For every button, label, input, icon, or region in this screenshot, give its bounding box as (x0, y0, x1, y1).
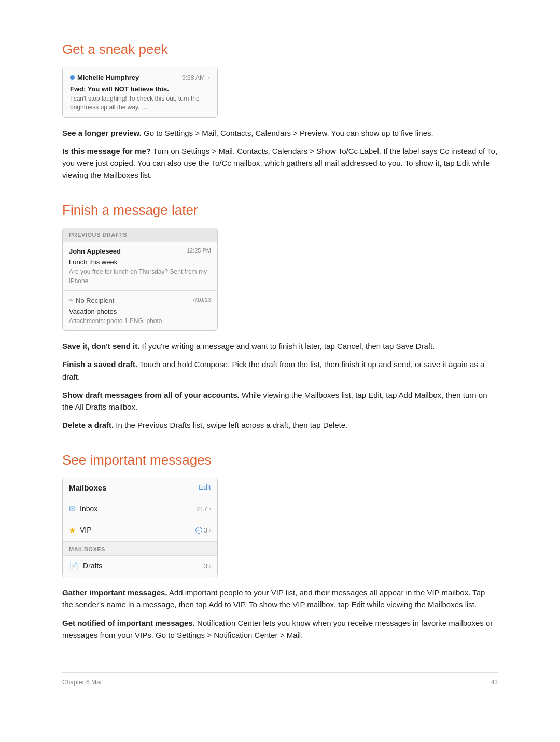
finish-later-body2: Finish a saved draft. Touch and hold Com… (62, 358, 498, 383)
finish-later-body1: Save it, don't send it. If you're writin… (62, 340, 498, 352)
draft-item-2[interactable]: ✎ No Recipient 7/10/13 Vacation photos A… (63, 291, 217, 330)
preview-card-subject: Fwd: You will NOT believe this. (70, 84, 210, 94)
section-title-finish-later: Finish a message later (62, 200, 498, 220)
pencil-icon: ✎ (69, 297, 74, 305)
draft-2-name: ✎ No Recipient (69, 296, 114, 306)
inbox-icon: ✉ (69, 503, 76, 515)
mailbox-label-vip: VIP (80, 525, 92, 536)
preview-card-name: Michelle Humphrey (70, 73, 139, 83)
mailbox-label-inbox: Inbox (80, 503, 97, 514)
important-messages-body2: Get notified of important messages. Noti… (62, 617, 498, 641)
mailboxes-card: Mailboxes Edit ✉ Inbox 217 › ★ VIP i 3 ›… (62, 478, 218, 578)
vip-star-icon: ★ (69, 525, 76, 537)
finish-later-body4-bold: Delete a draft. (62, 421, 114, 429)
finish-later-body4: Delete a draft. In the Previous Drafts l… (62, 419, 498, 431)
mailbox-right-vip: i 3 › (195, 525, 211, 536)
mailbox-row-vip[interactable]: ★ VIP i 3 › (63, 520, 217, 542)
finish-later-body1-bold: Save it, don't send it. (62, 342, 139, 351)
mailbox-row-inbox[interactable]: ✉ Inbox 217 › (63, 498, 217, 520)
mailboxes-section-label: MAILBOXES (63, 541, 217, 556)
page-number: 43 (491, 678, 498, 687)
draft-2-preview: Attachments: photo 1.PNG, photo (69, 316, 211, 326)
draft-2-time: 7/10/13 (192, 296, 211, 304)
sneak-peek-body2: Is this message for me? Turn on Settings… (62, 145, 498, 181)
section-title-important-messages: See important messages (62, 450, 498, 470)
finish-later-body1-text: If you're writing a message and want to … (139, 342, 435, 351)
sneak-peek-body1: See a longer preview. Go to Settings > M… (62, 127, 498, 139)
important-messages-body1-bold: Gather important messages. (62, 588, 167, 597)
important-messages-body1: Gather important messages. Add important… (62, 586, 498, 611)
sneak-peek-body2-bold: Is this message for me? (62, 147, 151, 156)
finish-later-body3: Show draft messages from all of your acc… (62, 389, 498, 413)
inbox-chevron-icon: › (209, 504, 211, 513)
inbox-count: 217 (196, 504, 207, 514)
vip-info-icon: i (195, 527, 202, 534)
drafts-card: PREVIOUS DRAFTS John Appleseed 12:25 PM … (62, 228, 218, 331)
mailbox-right-drafts: 3 › (204, 561, 211, 571)
mailbox-label-drafts: Drafts (83, 561, 102, 571)
drafts-icon: 📄 (69, 561, 79, 572)
mailbox-left-inbox: ✉ Inbox (69, 503, 97, 515)
mailboxes-card-header: Mailboxes Edit (63, 478, 217, 499)
sneak-peek-body1-bold: See a longer preview. (62, 129, 142, 137)
vip-count: 3 (204, 525, 207, 536)
draft-1-time: 12:25 PM (187, 246, 211, 255)
sneak-peek-body1-text: Go to Settings > Mail, Contacts, Calenda… (142, 129, 433, 137)
mailbox-right-inbox: 217 › (196, 504, 211, 514)
finish-later-body3-bold: Show draft messages from all of your acc… (62, 390, 240, 399)
section-title-sneak-peek: Get a sneak peek (62, 39, 498, 60)
mailboxes-card-title: Mailboxes (69, 482, 107, 494)
finish-later-body2-bold: Finish a saved draft. (62, 360, 137, 369)
preview-card-body: I can't stop laughing! To check this out… (70, 94, 210, 112)
unread-dot-icon (70, 75, 75, 80)
mailboxes-edit-button[interactable]: Edit (199, 482, 211, 493)
draft-1-name: John Appleseed (69, 246, 121, 257)
draft-1-preview: Are you free for lunch on Thursday? Sent… (69, 267, 211, 286)
vip-chevron-icon: › (209, 526, 211, 535)
vip-info-badge: i (195, 527, 202, 534)
finish-later-body4-text: In the Previous Drafts list, swipe left … (114, 421, 347, 429)
draft-item-1[interactable]: John Appleseed 12:25 PM Lunch this week … (63, 242, 217, 291)
mailbox-row-drafts[interactable]: 📄 Drafts 3 › (63, 556, 217, 577)
important-messages-body2-bold: Get notified of important messages. (62, 619, 195, 627)
sneak-peek-card: Michelle Humphrey 9:38 AM › Fwd: You wil… (62, 67, 218, 118)
page-footer: Chapter 6 Mail 43 (62, 672, 498, 687)
draft-2-subject: Vacation photos (69, 306, 211, 317)
draft-1-subject: Lunch this week (69, 257, 211, 268)
drafts-chevron-icon: › (209, 562, 211, 571)
drafts-card-header: PREVIOUS DRAFTS (63, 228, 217, 242)
preview-card-chevron-icon: › (208, 73, 210, 82)
mailbox-left-drafts: 📄 Drafts (69, 561, 102, 572)
preview-card-time: 9:38 AM (182, 73, 205, 82)
drafts-count: 3 (204, 561, 207, 571)
mailbox-left-vip: ★ VIP (69, 525, 92, 537)
chapter-label: Chapter 6 Mail (62, 678, 103, 687)
